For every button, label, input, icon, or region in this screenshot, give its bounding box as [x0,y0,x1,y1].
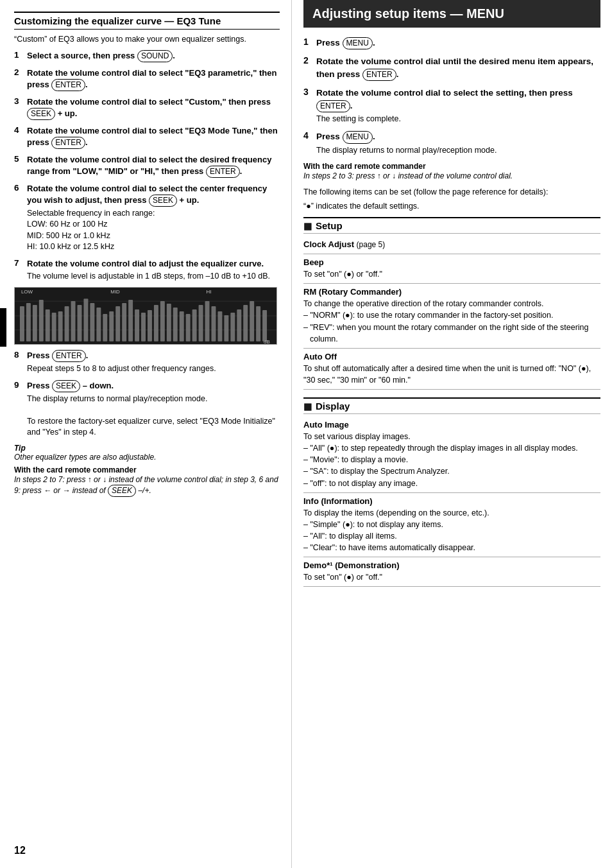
enter-btn-r2: ENTER [362,69,396,81]
auto-off-section: Auto Off To shut off automatically after… [303,349,600,390]
step-1: 1 Select a source, then press SOUND. [14,50,280,62]
eq-graph: LOW MID HI dB [15,287,276,345]
rm-section: RM (Rotary Commander) To change the oper… [303,284,600,349]
step-1-num: 1 [14,50,27,60]
svg-rect-11 [65,306,69,342]
step-5-text: Rotate the volume control dial to select… [27,154,280,178]
svg-text:HI: HI [207,290,212,295]
follow-text: The following items can be set (follow t… [303,187,600,198]
page: Customizing the equalizer curve — EQ3 Tu… [0,0,612,868]
step-8-text: Press ENTER. Repeat steps 5 to 8 to adju… [27,350,216,374]
right-step-4-num: 4 [303,130,316,141]
svg-rect-38 [237,309,241,342]
svg-rect-24 [148,310,152,342]
clock-adjust-section: Clock Adjust (page 5) [303,236,600,254]
right-column: Adjusting setup items — MENU 1 Press MEN… [292,0,612,868]
step-7-text: Rotate the volume control dial to adjust… [27,258,270,282]
right-step-2: 2 Rotate the volume control dial until t… [303,55,600,81]
svg-rect-42 [262,310,267,342]
right-step-3: 3 Rotate the volume control dial to sele… [303,87,600,125]
left-card-title: With the card remote commander [14,465,280,474]
step-9-num: 9 [14,380,27,390]
svg-rect-23 [141,313,146,342]
step-6: 6 Rotate the volume control dial to sele… [14,183,280,253]
setup-title: Setup [316,220,343,231]
seek-btn-note: SEEK [108,485,136,497]
step-7-num: 7 [14,258,27,268]
auto-off-title: Auto Off [303,352,600,361]
svg-rect-30 [186,314,191,342]
svg-rect-28 [173,308,178,342]
step-9-sub: The display returns to normal play/recep… [27,394,280,438]
right-step-3-num: 3 [303,87,316,97]
step-9: 9 Press SEEK – down. The display returns… [14,380,280,438]
step-2: 2 Rotate the volume control dial to sele… [14,67,280,91]
right-step-4: 4 Press MENU. The display returns to nor… [303,130,600,156]
svg-text:dB: dB [264,339,270,345]
setup-section: ▦ Setup Clock Adjust (page 5) Beep To se… [303,217,600,390]
svg-rect-20 [122,304,126,342]
sound-btn: SOUND [137,50,173,62]
tip-title: Tip [14,444,280,453]
svg-rect-13 [78,305,82,342]
svg-text:LOW: LOW [21,290,33,295]
display-header: ▦ Display [303,397,600,414]
svg-rect-12 [71,302,76,342]
eq-display: LOW MID HI dB [14,287,277,345]
rm-title: RM (Rotary Commander) [303,287,600,297]
setup-icon: ▦ [303,221,312,231]
svg-rect-10 [58,311,63,342]
step-1-text: Select a source, then press SOUND. [27,50,175,62]
svg-rect-35 [217,311,222,342]
svg-rect-29 [180,311,184,342]
step-3-num: 3 [14,96,27,106]
svg-rect-6 [33,305,37,342]
seek-btn-6: SEEK [149,195,177,207]
svg-rect-32 [199,305,203,342]
left-card-text: In steps 2 to 7: press ↑ or ↓ instead of… [14,474,280,498]
svg-rect-17 [103,314,107,342]
right-step-3-text: Rotate the volume control dial to select… [316,87,600,125]
menu-btn-4: MENU [343,131,373,143]
right-step-1: 1 Press MENU. [303,37,600,49]
right-step-1-num: 1 [303,37,316,47]
info-section: Info (Information) To display the items … [303,493,600,558]
svg-rect-25 [154,305,158,342]
svg-text:MID: MID [110,290,120,295]
demo-title: Demo*¹ (Demonstration) [303,560,600,570]
right-step-2-num: 2 [303,55,316,65]
beep-title: Beep [303,257,600,267]
step-2-num: 2 [14,67,27,77]
rm-body: To change the operative direction of the… [303,298,600,345]
menu-btn-1: MENU [343,37,373,49]
right-step-4-text: Press MENU. The display returns to norma… [316,130,497,156]
svg-rect-14 [83,299,88,342]
demo-body: To set "on" (●) or "off." [303,571,600,583]
svg-rect-7 [39,300,44,342]
svg-rect-22 [135,309,139,342]
step-2-text: Rotate the volume control dial to select… [27,67,280,91]
svg-rect-15 [90,304,94,342]
page-number: 12 [14,845,26,856]
svg-rect-16 [96,308,101,342]
step-3-text: Rotate the volume control dial to select… [27,96,280,120]
clock-adjust-page: (page 5) [357,240,386,249]
right-card-text: In steps 2 to 3: press ↑ or ↓ instead of… [303,171,600,182]
svg-rect-34 [211,306,216,342]
right-step-4-sub: The display returns to normal play/recep… [316,144,497,156]
step-3: 3 Rotate the volume control dial to sele… [14,96,280,120]
svg-rect-33 [205,302,210,342]
right-step-1-text: Press MENU. [316,37,375,49]
step-5: 5 Rotate the volume control dial to sele… [14,154,280,178]
svg-rect-36 [224,315,228,342]
section-intro: “Custom” of EQ3 allows you to make your … [14,35,280,44]
svg-rect-31 [192,309,197,342]
info-body: To display the items (depending on the s… [303,507,600,554]
right-card-note: With the card remote commander In steps … [303,162,600,182]
clock-adjust-title: Clock Adjust (page 5) [303,239,600,249]
step-7-sub: The volume level is adjustable in 1 dB s… [27,271,270,282]
step-8-num: 8 [14,350,27,360]
tip-section: Tip Other equalizer types are also adjus… [14,444,280,462]
svg-rect-27 [167,304,171,342]
step-6-num: 6 [14,183,27,193]
